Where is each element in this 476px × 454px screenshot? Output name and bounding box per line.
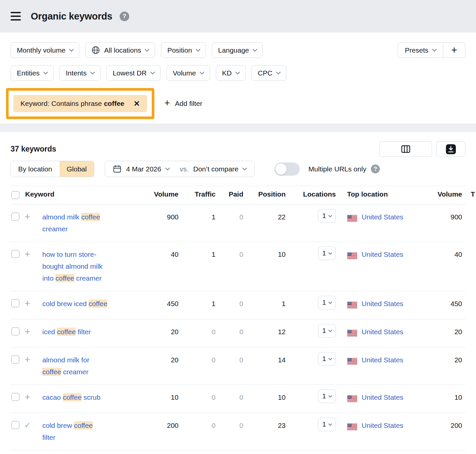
paid-value: 0: [216, 204, 243, 230]
row-checkbox[interactable]: [11, 393, 20, 401]
paid-value: 0: [216, 242, 243, 267]
add-keyword-icon[interactable]: +: [25, 354, 30, 365]
filter-button-lowest-dr[interactable]: Lowest DR: [106, 65, 161, 81]
added-check-icon[interactable]: ✓: [24, 420, 31, 431]
filter-button-kd[interactable]: KD: [216, 65, 246, 81]
locations-dropdown[interactable]: 1: [318, 352, 336, 366]
filter-button-label: CPC: [258, 69, 272, 77]
select-all-checkbox[interactable]: [11, 191, 20, 199]
active-filter-chip[interactable]: Keyword: Contains phrase coffee ✕: [13, 95, 147, 112]
traffic-value: 0: [178, 413, 216, 438]
help-icon[interactable]: ?: [371, 164, 380, 173]
vs-label: vs.: [180, 165, 189, 173]
top-location-link[interactable]: United States: [362, 211, 403, 223]
top-location-link[interactable]: United States: [362, 326, 403, 338]
keywords-table: Keyword Volume Traffic Paid Position Loc…: [11, 186, 465, 454]
paid-value: 0: [216, 319, 243, 344]
header-volume: Volume: [141, 186, 178, 203]
us-flag-icon: [347, 329, 357, 340]
locations-dropdown[interactable]: 1: [318, 324, 336, 338]
remove-filter-icon[interactable]: ✕: [134, 100, 140, 108]
filter-button-volume[interactable]: Volume: [167, 65, 210, 81]
header-paid: Paid: [216, 186, 243, 203]
table-row: + almond milk for coffee creamer 20 0 0 …: [11, 347, 465, 385]
top-location-link[interactable]: United States: [362, 298, 403, 310]
filter-button-cpc[interactable]: CPC: [252, 65, 286, 81]
menu-icon[interactable]: [11, 12, 21, 21]
keyword-link[interactable]: how to turn store-bought almond milk int…: [42, 249, 107, 284]
multiple-urls-toggle[interactable]: [274, 162, 300, 176]
volume-value: 10: [141, 385, 178, 410]
columns-button[interactable]: [379, 141, 432, 157]
position-value: 12: [243, 319, 286, 344]
top-location-link[interactable]: United States: [362, 391, 403, 403]
chevron-down-icon: [328, 422, 332, 426]
filter-button-entities[interactable]: Entities: [11, 65, 54, 81]
compare-picker[interactable]: Don’t compare: [193, 165, 247, 173]
add-keyword-icon[interactable]: +: [25, 391, 30, 403]
plus-icon: +: [164, 98, 170, 108]
table-row: + how to turn store-bought almond milk i…: [11, 242, 465, 291]
chevron-down-icon: [43, 69, 48, 74]
traffic-value: 0: [178, 347, 216, 373]
filter-button-position[interactable]: Position: [161, 42, 206, 58]
header-traffic: Traffic: [178, 186, 216, 203]
filter-button-all-locations[interactable]: All locations: [85, 42, 155, 58]
add-keyword-icon[interactable]: +: [25, 211, 30, 222]
table-row: ✓ cold brew coffee filter 200 0 0 23 1 U…: [11, 413, 465, 450]
locations-dropdown[interactable]: 1: [318, 389, 336, 403]
add-keyword-icon[interactable]: +: [25, 326, 30, 337]
keyword-link[interactable]: cold brew coffee filter: [42, 420, 107, 443]
global-tab[interactable]: Global: [60, 161, 94, 177]
add-keyword-icon[interactable]: +: [25, 249, 30, 260]
filter-button-monthly-volume[interactable]: Monthly volume: [11, 42, 79, 58]
table-row: + almond milk coffee creamer 900 1 0 22 …: [11, 204, 465, 242]
filter-button-label: All locations: [104, 46, 141, 54]
paid-value: 0: [216, 450, 243, 454]
top-location-link[interactable]: United States: [362, 420, 403, 431]
help-icon[interactable]: ?: [120, 12, 129, 21]
us-flag-icon: [347, 300, 357, 312]
filter-row-2: EntitiesIntentsLowest DRVolumeKDCPC: [11, 65, 465, 81]
top-bar: Organic keywords ?: [0, 0, 476, 32]
locations-dropdown[interactable]: 1: [318, 209, 336, 223]
keyword-link[interactable]: iced coffee filter: [42, 326, 107, 338]
volume-2-value: 450: [428, 291, 462, 316]
keyword-link[interactable]: cold brew iced coffee: [42, 298, 107, 310]
filter-button-language[interactable]: Language: [212, 42, 263, 58]
row-checkbox[interactable]: [11, 421, 20, 429]
table-row: + iced coffee filter 20 0 0 12 1 United …: [11, 319, 465, 347]
row-checkbox[interactable]: [11, 299, 20, 307]
row-checkbox[interactable]: [11, 355, 20, 364]
keyword-link[interactable]: almond milk for coffee creamer: [42, 354, 107, 378]
row-checkbox[interactable]: [11, 212, 20, 221]
chevron-down-icon: [253, 47, 257, 51]
header-top-location: Top location: [337, 186, 428, 203]
by-location-tab[interactable]: By location: [11, 161, 60, 177]
filter-button-intents[interactable]: Intents: [60, 65, 100, 81]
row-checkbox[interactable]: [11, 327, 20, 336]
chevron-down-icon: [328, 251, 332, 254]
date-picker[interactable]: 4 Mar 2026: [126, 165, 169, 173]
locations-dropdown[interactable]: 1: [318, 418, 336, 431]
header-position: Position: [243, 186, 286, 203]
top-location-link[interactable]: United States: [362, 249, 403, 260]
globe-icon: [92, 46, 100, 54]
add-preset-button[interactable]: +: [443, 43, 465, 58]
top-location-link[interactable]: United States: [362, 354, 403, 366]
chevron-down-icon: [235, 69, 240, 74]
filter-button-label: Volume: [173, 69, 196, 77]
row-checkbox[interactable]: [11, 250, 20, 258]
export-button[interactable]: [436, 141, 465, 157]
locations-dropdown[interactable]: 1: [318, 296, 336, 309]
keyword-link[interactable]: cacao coffee scrub: [42, 391, 107, 403]
position-value: 10: [243, 242, 286, 267]
volume-2-value: 20: [428, 319, 462, 344]
add-filter-button[interactable]: + Add filter: [164, 99, 202, 108]
chevron-down-icon: [150, 69, 155, 74]
add-keyword-icon[interactable]: +: [25, 298, 30, 309]
presets-button[interactable]: Presets: [398, 43, 443, 58]
traffic-value: 1: [178, 242, 216, 267]
locations-dropdown[interactable]: 1: [318, 247, 336, 260]
keyword-link[interactable]: almond milk coffee creamer: [42, 211, 107, 235]
